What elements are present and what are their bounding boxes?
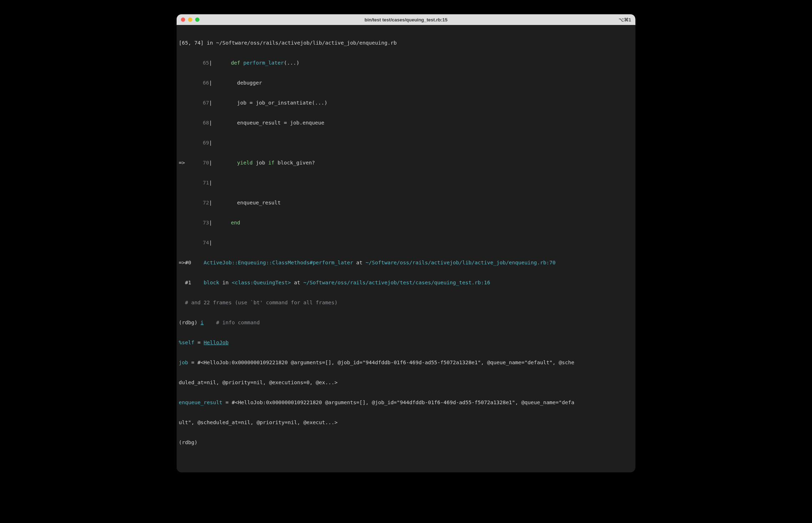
info-enqueue-result: enqueue_result = #<HelloJob:0x0000000109…: [179, 397, 633, 407]
source-line: 74|: [179, 238, 633, 248]
window-title: bin/test test/cases/queuing_test.rb:15: [177, 17, 635, 22]
source-line: 71|: [179, 178, 633, 188]
frame: #1 block in <class:QueuingTest> at ~/Sof…: [179, 278, 633, 288]
terminal-window: bin/test test/cases/queuing_test.rb:15 ⌥…: [177, 14, 635, 472]
source-line: 66| debugger: [179, 78, 633, 88]
source-line: 67| job = job_or_instantiate(...): [179, 98, 633, 108]
rdbg-prompt[interactable]: (rdbg): [179, 437, 633, 447]
terminal-body[interactable]: [65, 74] in ~/Software/oss/rails/activej…: [177, 25, 635, 472]
source-line: 68| enqueue_result = job.enqueue: [179, 118, 633, 128]
source-line: 69|: [179, 138, 633, 148]
rdbg-prompt: (rdbg) i # info command: [179, 318, 633, 327]
info-self: %self = HelloJob: [179, 337, 633, 347]
info-job-cont: duled_at=nil, @priority=nil, @executions…: [179, 377, 633, 387]
info-enqueue-result-cont: ult", @scheduled_at=nil, @priority=nil, …: [179, 417, 633, 427]
frames-more: # and 22 frames (use `bt' command for al…: [179, 298, 633, 308]
titlebar[interactable]: bin/test test/cases/queuing_test.rb:15 ⌥…: [177, 14, 635, 25]
source-line: 73| end: [179, 218, 633, 228]
info-job: job = #<HelloJob:0x0000000109221820 @arg…: [179, 357, 633, 367]
frame-current: =>#0 ActiveJob::Enqueuing::ClassMethods#…: [179, 258, 633, 268]
source-header: [65, 74] in ~/Software/oss/rails/activej…: [179, 38, 633, 48]
tab-shortcut: ⌥⌘1: [619, 17, 631, 22]
source-line: 72| enqueue_result: [179, 198, 633, 208]
info-command: i: [201, 320, 204, 325]
source-line-current: =>70| yield job if block_given?: [179, 158, 633, 168]
source-line: 65| def perform_later(...): [179, 58, 633, 68]
